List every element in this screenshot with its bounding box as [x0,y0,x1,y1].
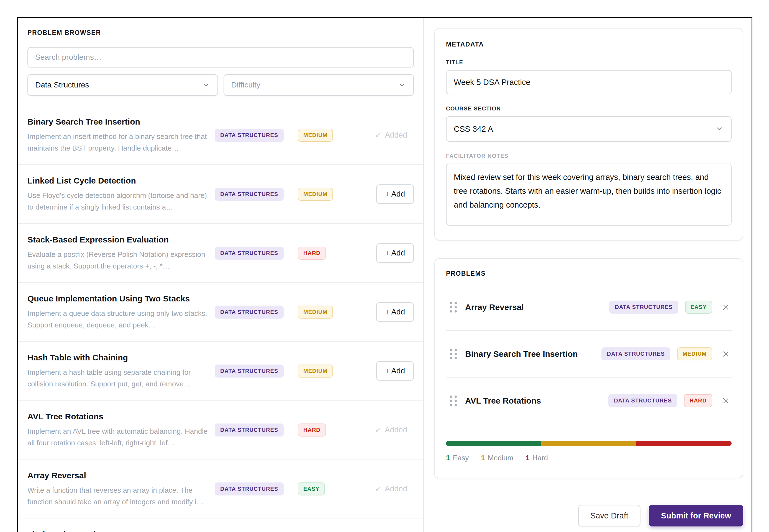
problem-title: Array Reversal [27,470,208,481]
difficulty-badge: MEDIUM [298,306,333,319]
problem-text: Array Reversal Write a function that rev… [27,470,215,508]
check-icon: ✓ [375,131,381,140]
title-input[interactable] [446,70,732,94]
difficulty-badge: HARD [298,423,326,437]
drag-handle-icon[interactable] [450,349,457,359]
problem-title: Stack-Based Expression Evaluation [27,234,208,245]
problem-description: Implement a queue data structure using o… [27,308,208,331]
add-button[interactable]: + Add [376,361,414,381]
facilitator-notes-label: FACILITATOR NOTES [446,153,732,159]
difficulty-distribution-bar [446,441,732,446]
problem-description: Implement a hash table using separate ch… [27,366,208,390]
check-icon: ✓ [375,425,381,435]
selected-problem-row: Array Reversal DATA STRUCTURES EASY [446,284,732,331]
metadata-heading: METADATA [446,41,732,48]
problem-row: Array Reversal Write a function that rev… [18,459,423,518]
add-button[interactable]: + Add [376,184,414,204]
category-filter-value: Data Structures [35,81,89,89]
category-badge: DATA STRUCTURES [608,394,677,407]
chevron-down-icon [398,81,406,89]
difficulty-filter-placeholder: Difficulty [231,81,261,89]
problem-row: Find Maximum Element Implement a functio… [18,518,423,532]
selected-problems-heading: PROBLEMS [446,270,732,277]
footer-actions: Save Draft Submit for Review [434,505,743,526]
legend-label: Hard [532,454,548,462]
added-label: Added [385,425,407,434]
selected-problem-row: AVL Tree Rotations DATA STRUCTURES HARD [446,378,732,424]
difficulty-filter-select[interactable]: Difficulty [224,74,414,96]
added-label: Added [385,484,407,493]
problem-browser-header: PROBLEM BROWSER Data Structures Difficul… [18,18,423,96]
selected-problems-card: PROBLEMS Array Reversal DATA STRUCTURES … [434,258,743,478]
difficulty-badge: EASY [298,482,325,495]
problem-browser-heading: PROBLEM BROWSER [27,29,414,37]
difficulty-badge: MEDIUM [298,188,333,201]
x-icon [721,349,731,359]
x-icon [721,303,731,312]
added-label: Added [385,131,407,140]
problem-description: Evaluate a postfix (Reverse Polish Notat… [27,249,208,272]
filter-row: Data Structures Difficulty [27,74,414,96]
problem-description: Write a function that reverses an array … [27,484,208,508]
problem-title: Queue Implementation Using Two Stacks [27,293,208,304]
problem-text: Linked List Cycle Detection Use Floyd's … [27,175,215,213]
problem-description: Implement an AVL tree with automatic bal… [27,425,208,449]
legend-count: 1 [525,454,529,462]
remove-button[interactable] [720,301,732,313]
legend-count: 1 [446,454,450,462]
problem-text: Stack-Based Expression Evaluation Evalua… [27,234,215,272]
problem-row: Linked List Cycle Detection Use Floyd's … [18,165,423,224]
facilitator-notes-textarea[interactable]: Mixed review set for this week covering … [446,164,732,226]
remove-button[interactable] [720,348,732,360]
metadata-card: METADATA TITLE COURSE SECTION CSS 342 A … [434,28,743,241]
problem-text: Queue Implementation Using Two Stacks Im… [27,293,215,331]
selected-problem-title: Array Reversal [465,303,524,312]
problem-description: Implement an insert method for a binary … [27,131,208,154]
check-icon: ✓ [375,484,381,494]
drag-handle-icon[interactable] [450,396,457,406]
add-button[interactable]: + Add [376,302,414,322]
add-button[interactable]: + Add [376,243,414,263]
save-draft-button[interactable]: Save Draft [578,505,641,526]
difficulty-badge: MEDIUM [677,347,712,360]
difficulty-badge: EASY [685,301,712,314]
problem-row: AVL Tree Rotations Implement an AVL tree… [18,401,423,459]
problem-browser-panel: PROBLEM BROWSER Data Structures Difficul… [18,18,424,532]
problem-text: AVL Tree Rotations Implement an AVL tree… [27,411,215,449]
submit-for-review-button[interactable]: Submit for Review [649,505,743,526]
chevron-down-icon [202,81,210,89]
course-section-select[interactable]: CSS 342 A [446,116,732,142]
composer-panel: METADATA TITLE COURSE SECTION CSS 342 A … [424,18,752,532]
distribution-segment [446,441,541,446]
category-badge: DATA STRUCTURES [215,247,284,260]
added-indicator: ✓Added [375,425,407,435]
problem-title: Hash Table with Chaining [27,352,208,363]
title-label: TITLE [446,59,732,66]
legend-label: Medium [488,454,513,462]
category-badge: DATA STRUCTURES [215,482,284,495]
problem-row: Queue Implementation Using Two Stacks Im… [18,283,423,342]
legend-item: 1 Easy [446,454,469,462]
problem-row: Stack-Based Expression Evaluation Evalua… [18,224,423,283]
problem-row: Binary Search Tree Insertion Implement a… [18,106,423,165]
selected-problem-title: Binary Search Tree Insertion [465,349,578,359]
problem-title: Binary Search Tree Insertion [27,116,208,127]
course-section-value: CSS 342 A [454,125,493,134]
app-frame: PROBLEM BROWSER Data Structures Difficul… [17,17,752,532]
selected-problems-list: Array Reversal DATA STRUCTURES EASY [446,284,732,424]
drag-handle-icon[interactable] [450,302,457,313]
category-badge: DATA STRUCTURES [215,365,284,378]
category-filter-select[interactable]: Data Structures [27,74,218,96]
search-input[interactable] [27,47,414,68]
x-icon [721,396,731,406]
added-indicator: ✓Added [375,131,407,140]
difficulty-badge: MEDIUM [298,129,333,142]
category-badge: DATA STRUCTURES [215,188,284,201]
problem-list: Binary Search Tree Insertion Implement a… [18,106,423,532]
difficulty-badge: MEDIUM [298,365,333,378]
selected-problem-title: AVL Tree Rotations [465,396,541,406]
remove-button[interactable] [720,395,732,407]
legend-label: Easy [453,454,469,462]
problem-text: Find Maximum Element Implement a functio… [27,529,215,532]
added-indicator: ✓Added [375,484,407,494]
